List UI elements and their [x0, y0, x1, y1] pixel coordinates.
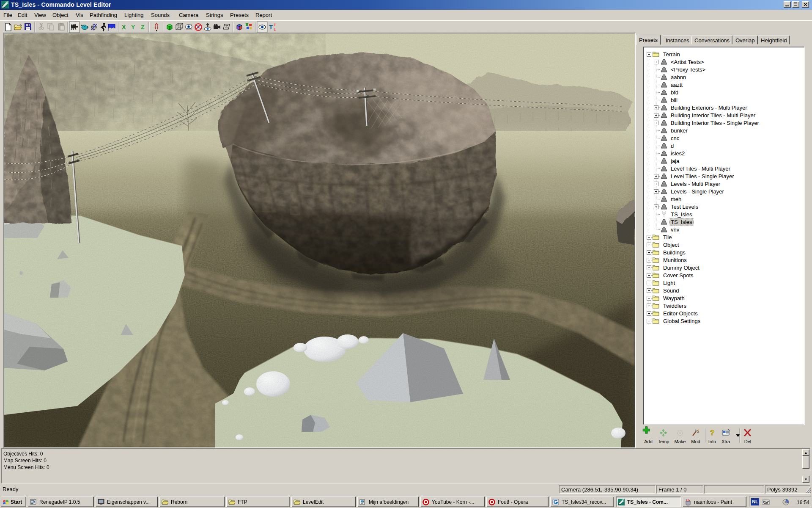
- svg-text:Info: Info: [708, 439, 716, 444]
- svg-text:Make: Make: [675, 439, 686, 444]
- svg-text:Y: Y: [131, 24, 135, 30]
- svg-text:Del: Del: [744, 439, 752, 444]
- svg-text:X: X: [122, 24, 126, 30]
- svg-text:Xtra: Xtra: [721, 439, 730, 444]
- svg-text:Add: Add: [644, 439, 653, 444]
- svg-text:Temp: Temp: [658, 439, 669, 444]
- svg-text:Mod: Mod: [691, 439, 700, 444]
- svg-text:?: ?: [710, 429, 714, 437]
- svg-text:Z: Z: [141, 24, 145, 30]
- svg-text:T: T: [269, 23, 273, 30]
